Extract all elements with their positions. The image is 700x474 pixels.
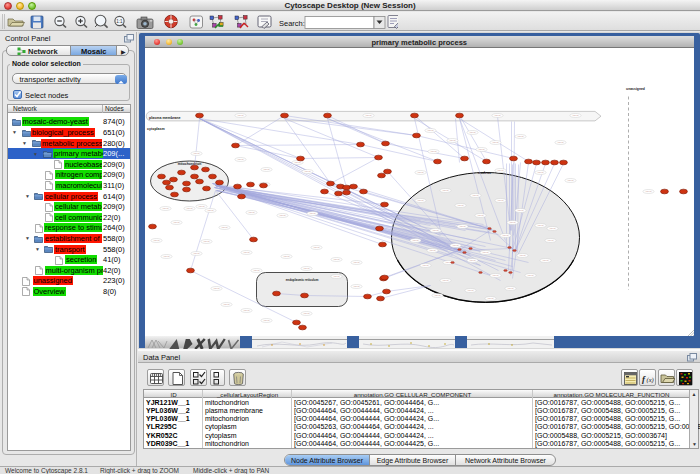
svg-text:Yxx-xx: Yxx-xx (452, 244, 459, 246)
svg-text:Yxx-xx: Yxx-xx (422, 264, 429, 266)
svg-text:Yxx-xx: Yxx-xx (430, 150, 437, 152)
svg-text:Yxx-xx: Yxx-xx (263, 319, 270, 321)
svg-text:Yxx-xx: Yxx-xx (429, 249, 436, 251)
svg-text:Yxx-xx: Yxx-xx (412, 239, 419, 241)
svg-text:Yxx-xx: Yxx-xx (303, 312, 310, 314)
svg-text:Yxx-xx: Yxx-xx (221, 226, 228, 228)
svg-text:Yxx-xx: Yxx-xx (223, 303, 230, 305)
svg-text:Yxx-xx: Yxx-xx (469, 131, 476, 133)
svg-text:Yxx-xx: Yxx-xx (517, 135, 524, 137)
svg-text:plasma membrane: plasma membrane (149, 115, 181, 119)
svg-text:f: f (642, 374, 646, 384)
svg-text:Yxx-xx: Yxx-xx (467, 289, 474, 291)
svg-text:Yxx-xx: Yxx-xx (549, 227, 556, 229)
svg-text:Yxx-xx: Yxx-xx (333, 258, 340, 260)
svg-text:Yxx-xx: Yxx-xx (186, 207, 193, 209)
svg-text:(x): (x) (646, 376, 653, 384)
svg-text:Yxx-xx: Yxx-xx (542, 259, 549, 261)
svg-text:Yxx-xx: Yxx-xx (333, 275, 340, 277)
svg-text:Yxx-xx: Yxx-xx (309, 212, 316, 214)
svg-text:Yxx-xx: Yxx-xx (162, 207, 169, 209)
svg-text:Yxx-xx: Yxx-xx (353, 285, 360, 287)
svg-text:Yxx-xx: Yxx-xx (497, 199, 504, 201)
svg-text:Yxx-xx: Yxx-xx (432, 229, 439, 231)
svg-text:Yxx-xx: Yxx-xx (492, 141, 499, 143)
svg-text:Yxx-xx: Yxx-xx (519, 254, 526, 256)
svg-text:Yxx-xx: Yxx-xx (203, 240, 210, 242)
svg-text:Yxx-xx: Yxx-xx (365, 114, 372, 116)
svg-text:Yxx-xx: Yxx-xx (237, 158, 244, 160)
svg-text:Yxx-xx: Yxx-xx (279, 214, 286, 216)
svg-text:Yxx-xx: Yxx-xx (153, 239, 160, 241)
svg-text:Yxx-xx: Yxx-xx (477, 214, 484, 216)
svg-text:Yxx-xx: Yxx-xx (572, 114, 579, 116)
svg-text:Yxx-xx: Yxx-xx (303, 267, 310, 269)
svg-text:Yxx-xx: Yxx-xx (487, 297, 494, 299)
svg-text:Yxx-xx: Yxx-xx (557, 141, 564, 143)
svg-text:1:1: 1:1 (116, 19, 123, 24)
svg-text:Yxx-xx: Yxx-xx (353, 261, 360, 263)
svg-text:Yxx-xx: Yxx-xx (434, 294, 441, 296)
svg-text:Yxx-xx: Yxx-xx (213, 287, 220, 289)
svg-text:Yxx-xx: Yxx-xx (417, 199, 424, 201)
svg-text:Yxx-xx: Yxx-xx (442, 189, 449, 191)
svg-text:unassigned: unassigned (626, 86, 645, 90)
svg-text:Yxx-xx: Yxx-xx (449, 139, 456, 141)
svg-text:Yxx-xx: Yxx-xx (494, 114, 501, 116)
svg-text:Yxx-xx: Yxx-xx (237, 114, 244, 116)
svg-text:Yxx-xx: Yxx-xx (509, 221, 516, 223)
svg-text:Yxx-xx: Yxx-xx (492, 274, 499, 276)
svg-text:Yxx-xx: Yxx-xx (253, 269, 260, 271)
svg-text:Yxx-xx: Yxx-xx (517, 209, 524, 211)
svg-text:Search:: Search: (279, 19, 305, 28)
svg-text:Yxx-xx: Yxx-xx (198, 205, 205, 207)
svg-text:Yxx-xx: Yxx-xx (537, 224, 544, 226)
svg-text:Yxx-xx: Yxx-xx (193, 152, 200, 154)
svg-text:Yxx-xx: Yxx-xx (645, 190, 652, 192)
svg-text:Yxx-xx: Yxx-xx (313, 246, 320, 248)
svg-text:Yxx-xx: Yxx-xx (294, 161, 301, 163)
svg-text:Yxx-xx: Yxx-xx (263, 168, 270, 170)
svg-text:Yxx-xx: Yxx-xx (427, 129, 434, 131)
svg-text:Yxx-xx: Yxx-xx (567, 179, 574, 181)
svg-text:Yxx-xx: Yxx-xx (457, 204, 464, 206)
svg-text:Yxx-xx: Yxx-xx (482, 251, 489, 253)
svg-text:Yxx-xx: Yxx-xx (459, 225, 466, 227)
svg-text:Yxx-xx: Yxx-xx (193, 252, 200, 254)
svg-text:Yxx-xx: Yxx-xx (472, 194, 479, 196)
svg-text:Yxx-xx: Yxx-xx (173, 221, 180, 223)
svg-text:Yxx-xx: Yxx-xx (243, 251, 250, 253)
svg-text:Yxx-xx: Yxx-xx (304, 170, 311, 172)
svg-text:Yxx-xx: Yxx-xx (243, 309, 250, 311)
svg-text:Yxx-xx: Yxx-xx (417, 171, 424, 173)
svg-text:Yxx-xx: Yxx-xx (507, 287, 514, 289)
svg-text:Yxx-xx: Yxx-xx (207, 209, 214, 211)
svg-text:cytoplasm: cytoplasm (147, 126, 165, 130)
svg-text:Yxx-xx: Yxx-xx (442, 279, 449, 281)
svg-text:Yxx-xx: Yxx-xx (478, 148, 485, 150)
svg-text:Yxx-xx: Yxx-xx (283, 255, 290, 257)
svg-text:Yxx-xx: Yxx-xx (547, 239, 554, 241)
svg-text:Yxx-xx: Yxx-xx (469, 259, 476, 261)
svg-text:endoplasmic reticulum: endoplasmic reticulum (285, 278, 318, 282)
svg-text:Yxx-xx: Yxx-xx (248, 211, 255, 213)
svg-text:Yxx-xx: Yxx-xx (497, 169, 504, 171)
svg-text:Yxx-xx: Yxx-xx (163, 255, 170, 257)
svg-text:Yxx-xx: Yxx-xx (527, 274, 534, 276)
svg-text:Yxx-xx: Yxx-xx (537, 171, 544, 173)
svg-text:Yxx-xx: Yxx-xx (502, 234, 509, 236)
svg-text:mitochondrion: mitochondrion (177, 161, 201, 165)
